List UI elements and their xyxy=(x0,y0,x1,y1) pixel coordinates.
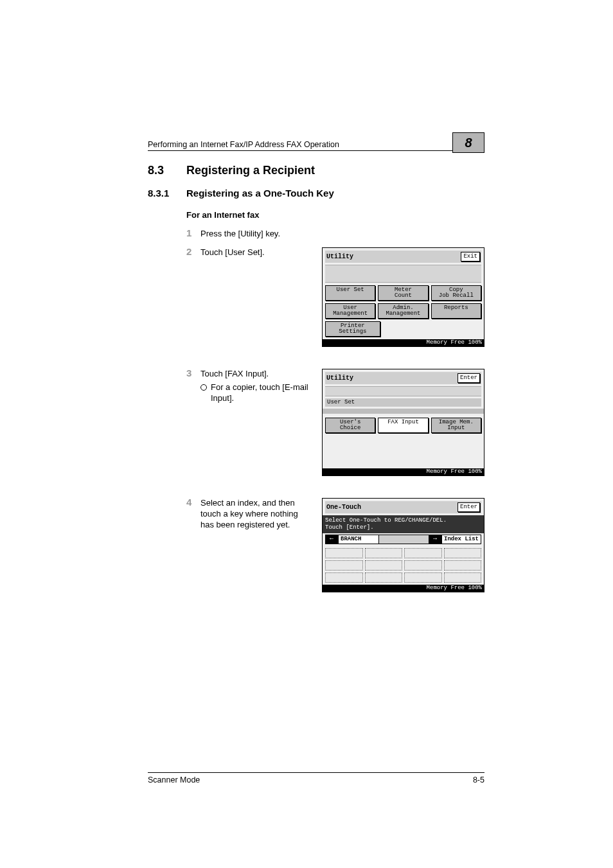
lcd1-title: Utility xyxy=(326,254,353,260)
index-tabbar: ← BRANCH → Index List xyxy=(325,535,481,544)
footer-right: 8-5 xyxy=(473,775,484,784)
step-3-subbullet: For a copier, touch [E-mail Input]. xyxy=(200,382,313,404)
one-touch-grid xyxy=(325,548,481,583)
subsection-title: Registering as a One-Touch Key xyxy=(186,188,334,199)
one-touch-slot[interactable] xyxy=(444,572,482,583)
enter-button-2[interactable]: Enter xyxy=(458,502,480,512)
lcd-utility-main: Utility Exit User Set Meter Count Copy J… xyxy=(322,247,484,347)
admin-management-button[interactable]: Admin. Management xyxy=(378,303,428,319)
one-touch-slot[interactable] xyxy=(404,572,442,583)
step-2: Touch [User Set]. Utility Exit User Set … xyxy=(186,247,484,347)
subsection-heading: 8.3.1 Registering as a One-Touch Key xyxy=(148,188,484,199)
meter-count-button[interactable]: Meter Count xyxy=(378,285,428,301)
lcd3-msg: Select One-Touch to REG/CHANGE/DEL. Touc… xyxy=(323,515,484,533)
copy-job-recall-button[interactable]: Copy Job Recall xyxy=(431,285,481,301)
users-choice-button[interactable]: User's Choice xyxy=(325,418,375,433)
step-3-text: Touch [FAX Input]. xyxy=(200,369,313,380)
section-number: 8.3 xyxy=(148,164,186,177)
section-title: Registering a Recipient xyxy=(186,164,315,177)
steps-list: Press the [Utility] key. Touch [User Set… xyxy=(186,229,484,592)
footer-left: Scanner Mode xyxy=(148,775,200,784)
one-touch-slot[interactable] xyxy=(444,548,482,558)
exit-button[interactable]: Exit xyxy=(461,252,480,261)
lcd3-msg-line1: Select One-Touch to REG/CHANGE/DEL. xyxy=(325,517,481,524)
one-touch-slot[interactable] xyxy=(444,560,482,571)
printer-settings-button[interactable]: Printer Settings xyxy=(325,321,380,337)
lcd2-section: User Set xyxy=(325,398,481,407)
lcd3-title: One-Touch xyxy=(326,504,361,511)
step-4: Select an index, and then touch a key wh… xyxy=(186,498,484,592)
one-touch-slot[interactable] xyxy=(404,548,442,558)
running-head-text: Performing an Internet Fax/IP Address FA… xyxy=(148,140,339,149)
page: Performing an Internet Fax/IP Address FA… xyxy=(0,0,613,868)
subsection-number: 8.3.1 xyxy=(148,188,186,199)
step-3: Touch [FAX Input]. For a copier, touch [… xyxy=(186,369,484,476)
content: 8.3 Registering a Recipient 8.3.1 Regist… xyxy=(148,164,484,592)
section-heading: 8.3 Registering a Recipient xyxy=(148,164,484,177)
chapter-tab: 8 xyxy=(452,132,484,153)
page-footer: Scanner Mode 8-5 xyxy=(148,772,484,784)
one-touch-slot[interactable] xyxy=(365,572,403,583)
paragraph-heading: For an Internet fax xyxy=(186,210,484,220)
one-touch-slot[interactable] xyxy=(325,560,363,571)
lcd3-msg-line2: Touch [Enter]. xyxy=(325,524,481,531)
lcd2-title: Utility xyxy=(326,375,353,382)
image-mem-input-button[interactable]: Image Mem. Input xyxy=(431,418,481,433)
user-set-button[interactable]: User Set xyxy=(325,285,375,301)
step-1-text: Press the [Utility] key. xyxy=(200,229,280,238)
reports-button[interactable]: Reports xyxy=(431,303,481,319)
lcd-one-touch: One-Touch Enter Select One-Touch to REG/… xyxy=(322,498,484,592)
step-3-sub-text: For a copier, touch [E-mail Input]. xyxy=(211,382,313,404)
hollow-circle-icon xyxy=(200,382,211,404)
fax-input-button[interactable]: FAX Input xyxy=(378,418,428,433)
step-1: Press the [Utility] key. xyxy=(186,229,484,238)
lcd1-footer: Memory Free 100% xyxy=(323,339,484,346)
user-management-button[interactable]: User Management xyxy=(325,303,375,319)
one-touch-slot[interactable] xyxy=(325,548,363,558)
lcd2-footer: Memory Free 100% xyxy=(323,468,484,475)
lcd3-footer: Memory Free 100% xyxy=(323,585,484,592)
branch-tab[interactable]: BRANCH xyxy=(338,535,379,544)
enter-button[interactable]: Enter xyxy=(458,373,480,383)
step-2-text: Touch [User Set]. xyxy=(200,247,265,257)
arrow-left-icon[interactable]: ← xyxy=(325,535,338,544)
index-list-button[interactable]: Index List xyxy=(441,535,481,544)
running-head: Performing an Internet Fax/IP Address FA… xyxy=(148,140,484,151)
step-4-text: Select an index, and then touch a key wh… xyxy=(200,498,298,529)
one-touch-slot[interactable] xyxy=(365,548,403,558)
one-touch-slot[interactable] xyxy=(365,560,403,571)
arrow-right-icon[interactable]: → xyxy=(429,535,441,544)
lcd-user-set: Utility Enter User Set User's Choice FAX… xyxy=(322,369,484,476)
one-touch-slot[interactable] xyxy=(404,560,442,571)
one-touch-slot[interactable] xyxy=(325,572,363,583)
